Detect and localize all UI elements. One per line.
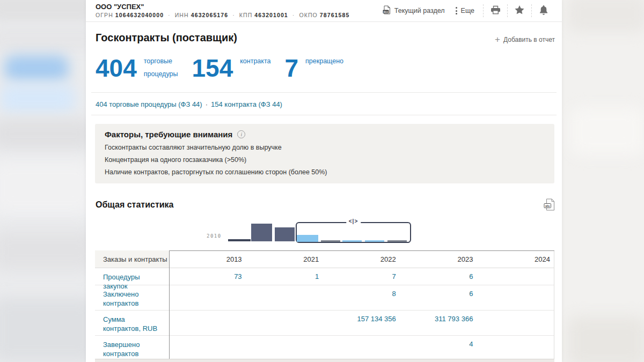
stat-value[interactable]: 154 xyxy=(192,55,233,81)
year-column-header: 2021 xyxy=(246,250,324,268)
table-corner-label: Заказы и контракты xyxy=(95,250,169,268)
attention-factors-box: Факторы, требующие внимания i Госконтрак… xyxy=(95,124,554,183)
page-title: Госконтракты (поставщик) xyxy=(96,32,237,44)
registry-label: ОГРН xyxy=(96,12,115,18)
statistics-section-title: Общая статистика xyxy=(96,200,173,210)
factors-title: Факторы, требующие внимания xyxy=(105,129,232,139)
summary-link[interactable]: 404 торговые процедуры (ФЗ 44) xyxy=(96,100,202,108)
favorite-button[interactable] xyxy=(508,0,531,22)
row-label-link[interactable]: Завершено контрактов xyxy=(95,336,169,359)
table-next-row-peek xyxy=(95,359,554,362)
slider-handle-icon[interactable]: <|> xyxy=(346,218,361,225)
timeline-bar xyxy=(275,227,295,241)
stat-label: торговыепроцедуры xyxy=(137,55,178,81)
value-cell xyxy=(169,285,246,310)
timeline-start-year-label: 2010 xyxy=(207,233,222,239)
printer-icon xyxy=(491,5,501,16)
table-row: Процедуры закупок73176 xyxy=(95,268,554,285)
separator-dot: · xyxy=(206,100,208,108)
separator-dot: · xyxy=(230,12,237,18)
value-cell xyxy=(323,336,400,359)
stat-label: контракта xyxy=(233,55,270,81)
value-cell[interactable]: 311 793 366 xyxy=(400,311,478,335)
year-column-header: 2023 xyxy=(400,250,478,268)
timeline-selection-window[interactable]: <|> xyxy=(296,222,411,243)
value-cell[interactable]: 6 xyxy=(400,268,478,285)
divider xyxy=(91,92,557,93)
kpi-stats: 404торговыепроцедуры154контракта7прекращ… xyxy=(96,55,357,81)
stat-label-line: прекращено xyxy=(305,57,343,65)
stat-block: 7прекращено xyxy=(284,55,343,81)
value-cell xyxy=(477,311,554,335)
value-cell xyxy=(246,285,324,310)
company-header-bar: ООО "УСПЕХ" ОГРН 1064632040000 · ИНН 463… xyxy=(86,0,562,22)
value-cell xyxy=(477,336,554,359)
table-border xyxy=(169,250,170,359)
stat-label: прекращено xyxy=(298,55,343,81)
table-row: Заключено контрактов86 xyxy=(95,285,554,310)
doc-icon: doc xyxy=(383,5,391,16)
row-label-link[interactable]: Сумма контрактов, RUB xyxy=(95,311,169,335)
stat-value[interactable]: 404 xyxy=(96,55,137,81)
value-cell[interactable]: 73 xyxy=(169,268,246,285)
registry-value: 1064632040000 xyxy=(115,12,164,18)
current-section-button[interactable]: doc Текущий раздел xyxy=(383,5,445,16)
separator-dot: · xyxy=(290,12,297,18)
kebab-menu-icon xyxy=(456,7,457,14)
table-header-row: Заказы и контракты 20132021202220232024 xyxy=(95,250,554,268)
years-timeline-slider: 2010 <|> xyxy=(86,217,562,245)
factor-item: Наличие контрактов, расторгнутых по согл… xyxy=(105,168,545,176)
value-cell xyxy=(169,311,246,335)
timeline-selected-bar xyxy=(297,235,318,242)
stat-label-line: торговые xyxy=(144,57,178,65)
export-xls-button[interactable]: xls xyxy=(544,198,555,212)
value-cell[interactable]: 4 xyxy=(400,336,478,359)
registry-label: ОКПО xyxy=(299,12,319,18)
notifications-button[interactable] xyxy=(532,0,555,22)
table-row: Сумма контрактов, RUB157 134 356311 793 … xyxy=(95,310,554,335)
row-label-link[interactable]: Процедуры закупок xyxy=(95,268,169,285)
row-values: 157 134 356311 793 366 xyxy=(169,311,554,335)
stat-block: 154контракта xyxy=(192,55,270,81)
timeline-selected-bar xyxy=(365,240,384,242)
add-to-report-label: Добавить в отчет xyxy=(503,36,555,43)
timeline-bar xyxy=(228,239,251,241)
company-info: ООО "УСПЕХ" ОГРН 1064632040000 · ИНН 463… xyxy=(96,3,349,19)
header-actions: doc Текущий раздел Еще xyxy=(383,0,555,21)
value-cell[interactable]: 6 xyxy=(400,285,478,310)
separator-dot: · xyxy=(166,12,173,18)
timeline-selected-bar xyxy=(342,240,362,242)
xls-file-icon: xls xyxy=(544,204,555,212)
row-values: 86 xyxy=(169,285,554,310)
summary-link[interactable]: 154 контракта (ФЗ 44) xyxy=(211,100,282,108)
plus-icon: + xyxy=(495,36,500,43)
print-button[interactable] xyxy=(484,0,507,22)
more-button[interactable]: Еще xyxy=(456,7,474,14)
value-cell xyxy=(477,285,554,310)
timeline-bar xyxy=(251,224,272,241)
row-values: 4 xyxy=(169,336,554,359)
add-to-report-button[interactable]: + Добавить в отчет xyxy=(495,36,555,43)
value-cell[interactable]: 1 xyxy=(246,268,324,285)
info-icon[interactable]: i xyxy=(237,130,245,138)
factors-list: Госконтракты составляют значительную дол… xyxy=(105,143,545,176)
table-border xyxy=(169,250,554,251)
summary-links: 404 торговые процедуры (ФЗ 44)·154 контр… xyxy=(96,100,282,108)
stat-label-line: контракта xyxy=(240,57,270,65)
value-cell[interactable]: 157 134 356 xyxy=(323,311,400,335)
timeline-selected-bar xyxy=(321,240,340,242)
stat-label-line: процедуры xyxy=(144,70,178,78)
row-label-link[interactable]: Заключено контрактов xyxy=(95,285,169,310)
blurred-sidebar-background xyxy=(0,0,86,362)
value-cell[interactable]: 8 xyxy=(323,285,400,310)
year-column-header: 2024 xyxy=(477,250,554,268)
content-panel: ООО "УСПЕХ" ОГРН 1064632040000 · ИНН 463… xyxy=(86,0,562,362)
stat-value[interactable]: 7 xyxy=(284,55,298,81)
value-cell[interactable]: 7 xyxy=(323,268,400,285)
stat-block: 404торговыепроцедуры xyxy=(96,55,178,81)
statistics-table: Заказы и контракты 20132021202220232024 … xyxy=(95,250,554,362)
value-cell xyxy=(477,268,554,285)
factor-item: Госконтракты составляют значительную дол… xyxy=(105,143,545,152)
year-column-header: 2013 xyxy=(169,250,246,268)
more-label: Еще xyxy=(461,7,474,14)
